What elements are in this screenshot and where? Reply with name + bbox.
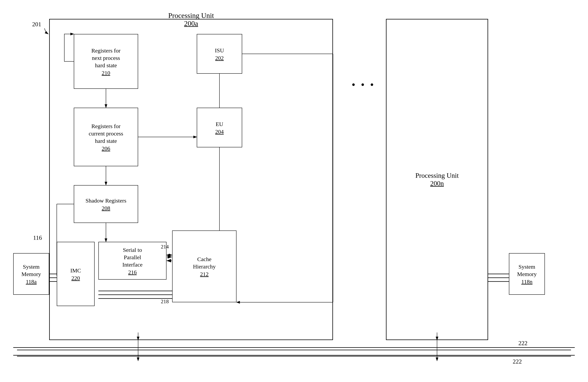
sys-mem-a-label: System Memory <box>21 263 41 278</box>
reg-next-id: 210 <box>102 70 110 76</box>
reg-current-box: Registers for current process hard state… <box>74 108 138 166</box>
ref-201: 201 <box>32 21 41 28</box>
isu-label: ISU <box>215 47 224 54</box>
imc-box: IMC 220 <box>57 242 95 306</box>
ref-222: 222 <box>518 340 527 347</box>
reg-current-label: Registers for current process hard state <box>89 122 123 145</box>
cache-box: Cache Hierarchy 212 <box>172 230 236 302</box>
shadow-box: Shadow Registers 208 <box>74 185 138 223</box>
shadow-id: 208 <box>102 205 110 211</box>
shadow-label: Shadow Registers <box>85 197 126 204</box>
reg-next-label: Registers for next process hard state <box>91 47 121 69</box>
pu-main-id: 200a <box>49 19 333 28</box>
ref-116: 116 <box>33 234 42 241</box>
isu-id: 202 <box>215 55 224 61</box>
eu-label: EU <box>216 120 223 128</box>
ref-218: 218 <box>161 299 169 305</box>
reg-next-box: Registers for next process hard state 21… <box>74 34 138 89</box>
pu-second-box: Processing Unit 200n <box>386 19 488 340</box>
imc-label: IMC <box>70 267 81 274</box>
serial-parallel-label: Serial to Parallel Interface <box>122 246 143 268</box>
system-bus <box>17 350 571 357</box>
pu-second-content: Processing Unit 200n <box>386 172 487 187</box>
serial-parallel-id: 216 <box>128 269 137 275</box>
ellipsis-dots: • • • <box>352 79 375 90</box>
sys-mem-a-box: System Memory 118a <box>13 253 49 295</box>
pu-main-title: Processing Unit <box>49 11 333 20</box>
cache-id: 212 <box>200 271 209 277</box>
sys-mem-n-box: System Memory 118n <box>509 253 545 295</box>
imc-id: 220 <box>71 275 80 281</box>
reg-current-id: 206 <box>102 145 110 152</box>
sys-mem-a-id: 118a <box>26 278 37 285</box>
isu-box: ISU 202 <box>197 34 242 74</box>
ref-222-label: 222 <box>513 358 522 365</box>
eu-id: 204 <box>215 129 224 135</box>
diagram-container: 201 Processing Unit 200a Registers for n… <box>8 8 580 374</box>
cache-label: Cache Hierarchy <box>193 255 216 270</box>
ref-214: 214 <box>161 244 169 250</box>
eu-box: EU 204 <box>197 108 242 147</box>
serial-parallel-box: Serial to Parallel Interface 216 <box>98 242 167 280</box>
sys-mem-n-label: System Memory <box>517 263 537 278</box>
sys-mem-n-id: 118n <box>521 278 533 285</box>
